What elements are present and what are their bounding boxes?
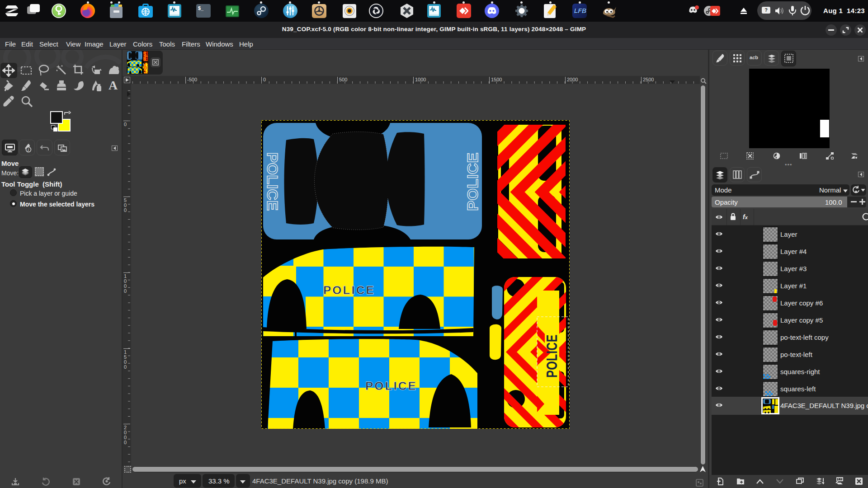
svg-text:0: 0 — [124, 440, 127, 445]
svg-text:0: 0 — [124, 122, 127, 127]
svg-text:0: 0 — [124, 364, 127, 370]
svg-text:2500: 2500 — [643, 77, 654, 82]
svg-text:500: 500 — [339, 77, 347, 82]
svg-text:0: 0 — [124, 288, 127, 294]
svg-text:0: 0 — [124, 207, 127, 213]
svg-text:0: 0 — [263, 77, 266, 82]
svg-text:1500: 1500 — [491, 77, 502, 82]
svg-text:2000: 2000 — [567, 77, 578, 82]
svg-text:-500: -500 — [187, 77, 197, 82]
svg-text:1000: 1000 — [415, 77, 426, 82]
